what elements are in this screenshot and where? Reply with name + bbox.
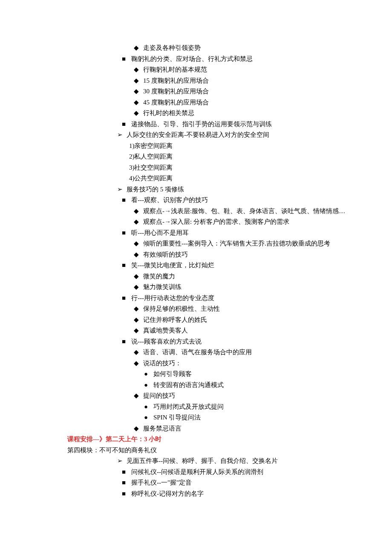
- outline-text: 行鞠躬礼时的基本规范: [143, 64, 352, 75]
- outline-item: ➢服务技巧的 5 项修练: [67, 184, 352, 195]
- bullet-marker: ◆: [134, 108, 143, 119]
- outline-item: ➢人际交往的安全距离-不要轻易进入对方的安全空间: [67, 130, 352, 141]
- outline-text: 提问的技巧: [143, 390, 352, 402]
- bullet-marker: ➢: [117, 184, 127, 195]
- bullet-marker: ◆: [134, 97, 143, 108]
- bullet-marker: ■: [122, 260, 131, 271]
- outline-item: 2)私人空间距离: [67, 151, 352, 162]
- outline-item: ◆行鞠躬礼时的基本规范: [67, 64, 352, 75]
- outline-item: 1)亲密空间距离: [67, 141, 352, 152]
- outline-text: 服务技巧的 5 项修练: [127, 184, 352, 195]
- bullet-marker: ●: [144, 380, 153, 391]
- outline-text: 30 度鞠躬礼的应用场合: [143, 86, 352, 97]
- outline-item: ■行---用行动表达您的专业态度: [67, 293, 352, 304]
- outline-text: 见面五件事--问候、称呼、握手、自我介绍、交换名片: [127, 456, 352, 467]
- outline-text: 听---用心而不是用耳: [131, 228, 352, 239]
- module-title: 第四模块：不可不知的商务礼仪: [67, 445, 352, 456]
- bullet-marker: ◆: [134, 249, 143, 260]
- heading-text: 课程安排—》第二天上午：: [67, 436, 144, 442]
- bullet-marker: ◆: [134, 390, 143, 402]
- bullet-marker: ■: [122, 477, 131, 489]
- bullet-marker: ●: [144, 412, 153, 423]
- outline-item: ◆服务禁忌语言: [67, 423, 352, 434]
- outline-item: ◆魅力微笑训练: [67, 282, 352, 293]
- outline-item: ◆有效倾听的技巧: [67, 249, 352, 260]
- outline-text: 说---顾客喜欢的方式去说: [131, 336, 352, 347]
- bullet-marker: ◆: [134, 304, 143, 315]
- bullet-marker: ◆: [134, 43, 143, 54]
- outline-text: 2)私人空间距离: [129, 151, 352, 162]
- outline-item: ◆走姿及各种引领姿势: [67, 43, 352, 54]
- outline-text: 行---用行动表达您的专业态度: [131, 293, 352, 304]
- outline-item: 4)公共空间距离: [67, 173, 352, 184]
- bullet-marker: ■: [122, 228, 131, 239]
- bullet-marker: ●: [144, 402, 153, 413]
- outline-text: 问候礼仪--问候语是顺利开展人际关系的润滑剂: [131, 467, 352, 478]
- bullet-marker: ◆: [134, 423, 143, 434]
- outline-text: 如何引导顾客: [153, 369, 352, 380]
- outline-text: 观察点-→深入层: 分析客户的需求、预测客户的需求: [143, 217, 352, 228]
- bullet-marker: ◆: [134, 325, 143, 336]
- outline-text: 记住并称呼客人的姓氏: [143, 315, 352, 326]
- outline-item: ◆记住并称呼客人的姓氏: [67, 315, 352, 326]
- outline-text: 45 度鞠躬礼的应用场合: [143, 97, 352, 108]
- outline-item: ●转变固有的语言沟通模式: [67, 380, 352, 391]
- outline-text: 转变固有的语言沟通模式: [153, 380, 352, 391]
- outline-text: 走姿及各种引领姿势: [143, 43, 352, 54]
- outline-text: 保持足够的积极性、主动性: [143, 304, 352, 315]
- outline-text: 看---观察、识别客户的技巧: [131, 195, 352, 206]
- bullet-marker: ◆: [134, 238, 143, 249]
- outline-text: 真诚地赞美客人: [143, 325, 352, 336]
- bullet-marker: ■: [122, 119, 131, 130]
- bullet-marker: ◆: [134, 347, 143, 358]
- bullet-marker: ◆: [134, 315, 143, 326]
- outline-text: 3)社交空间距离: [129, 162, 352, 173]
- outline-text: 称呼礼仪-记得对方的名字: [131, 489, 352, 500]
- outline-item: ■称呼礼仪-记得对方的名字: [67, 489, 352, 500]
- outline-item: ◆语音、语调、语气在服务场合中的应用: [67, 347, 352, 358]
- outline-text: 鞠躬礼的分类、应对场合、行礼方式和禁忌: [131, 54, 352, 65]
- outline-text: 握手礼仪--一"握"定音: [131, 477, 352, 489]
- outline-item: ◆观察点-→浅表层:服饰、包、鞋、表、身体语言、谈吐气质、情绪情感…: [67, 206, 352, 217]
- outline-item: ■笑---微笑比电便宜，比灯灿烂: [67, 260, 352, 271]
- bullet-marker: ■: [122, 467, 131, 478]
- bullet-marker: ◆: [134, 206, 143, 217]
- outline-text: 递接物品、引导、指引手势的运用要领示范与训练: [131, 119, 352, 130]
- outline-item: 3)社交空间距离: [67, 162, 352, 173]
- outline-item: ●SPIN 引导提问法: [67, 412, 352, 423]
- outline-item: ◆15 度鞠躬礼的应用场合: [67, 75, 352, 87]
- outline-item: ◆说话的技巧：: [67, 358, 352, 369]
- outline-text: 有效倾听的技巧: [143, 249, 352, 260]
- outline-item: ●如何引导顾客: [67, 369, 352, 380]
- outline-text: 笑---微笑比电便宜，比灯灿烂: [131, 260, 352, 271]
- outline-item: ◆真诚地赞美客人: [67, 325, 352, 336]
- outline-text: 1)亲密空间距离: [129, 141, 352, 152]
- bullet-marker: ■: [122, 489, 131, 500]
- outline-text: 倾听的重要性---案例导入：汽车销售大王乔.吉拉德功败垂成的思考: [143, 238, 352, 249]
- bullet-marker: ◆: [134, 282, 143, 293]
- bullet-marker: ◆: [134, 75, 143, 87]
- outline-item: ◆行礼时的相关禁忌: [67, 108, 352, 119]
- outline-item: ➢见面五件事--问候、称呼、握手、自我介绍、交换名片: [67, 456, 352, 467]
- outline-text: 15 度鞠躬礼的应用场合: [143, 75, 352, 87]
- outline-text: 说话的技巧：: [143, 358, 352, 369]
- outline-text: 行礼时的相关禁忌: [143, 108, 352, 119]
- outline-item: ■说---顾客喜欢的方式去说: [67, 336, 352, 347]
- outline-item: ◆保持足够的积极性、主动性: [67, 304, 352, 315]
- section-heading: 课程安排—》第二天上午：3 小时: [67, 434, 352, 445]
- outline-item: ●巧用封闭式及开放式提问: [67, 402, 352, 413]
- bullet-marker: ■: [122, 293, 131, 304]
- outline-text: 巧用封闭式及开放式提问: [153, 402, 352, 413]
- outline-text: SPIN 引导提问法: [153, 412, 352, 423]
- outline-item: ◆45 度鞠躬礼的应用场合: [67, 97, 352, 108]
- outline-item: ◆倾听的重要性---案例导入：汽车销售大王乔.吉拉德功败垂成的思考: [67, 238, 352, 249]
- outline-item: ■递接物品、引导、指引手势的运用要领示范与训练: [67, 119, 352, 130]
- heading-text-end: 小时: [147, 436, 162, 442]
- outline-text: 语音、语调、语气在服务场合中的应用: [143, 347, 352, 358]
- bullet-marker: ◆: [134, 358, 143, 369]
- outline-item: ■握手礼仪--一"握"定音: [67, 477, 352, 489]
- bullet-marker: ➢: [117, 456, 127, 467]
- outline-item: ◆30 度鞠躬礼的应用场合: [67, 86, 352, 97]
- outline-item: ■看---观察、识别客户的技巧: [67, 195, 352, 206]
- outline-text: 服务禁忌语言: [143, 423, 352, 434]
